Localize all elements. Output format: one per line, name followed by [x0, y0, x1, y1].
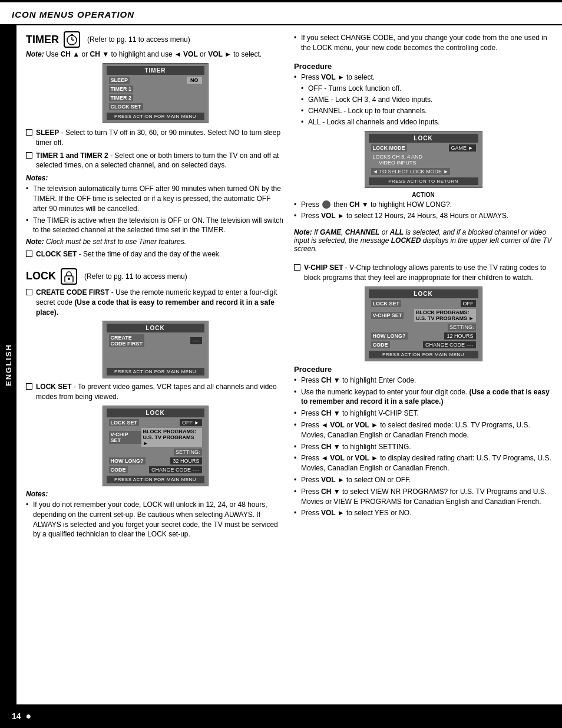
- lock-set-title: LOCK: [107, 409, 204, 417]
- lock-menu2-row5: CODE CHANGE CODE ----: [369, 341, 478, 349]
- proc2-item6: Press ◄ VOL or VOL ► to display desired …: [294, 453, 553, 473]
- lock-set-row2: V-CHIP SET BLOCK PROGRAMS:U.S. TV PROGRA…: [107, 427, 204, 447]
- lock-set-bottom: PRESS ACTION FOR MAIN MENU: [107, 476, 204, 483]
- proc1-item1: Press VOL ► to select.: [294, 73, 553, 83]
- lock-mode-row2: LOCKS CH 3, 4 ANDVIDEO INPUTS: [369, 153, 478, 167]
- lockset-item: LOCK SET - To prevent video games, VCR t…: [26, 382, 285, 402]
- timer-icon: [64, 31, 80, 48]
- svg-point-7: [68, 278, 70, 280]
- procedure2-heading: Procedure: [294, 365, 553, 374]
- right-col: If you select CHANGE CODE, and you chang…: [294, 31, 553, 699]
- create-code-item: CREATE CODE FIRST - Use the remote numer…: [26, 288, 285, 317]
- proc2-item9: Press VOL ► to select YES or NO.: [294, 508, 553, 518]
- proc1-sub4: ALL - Locks all channels and video input…: [294, 117, 553, 127]
- note-game-text: If GAME, CHANNEL or ALL is selected, and…: [294, 228, 552, 253]
- action-item2: Press VOL ► to select 12 Hours, 24 Hours…: [294, 211, 553, 221]
- lock-section: LOCK (Refer to pg. 11 to access menu): [26, 268, 285, 539]
- create-code-text: CREATE CODE FIRST - Use the remote numer…: [36, 288, 285, 317]
- lock-set-row4: HOW LONG? 32 HOURS: [107, 457, 204, 465]
- timer-menu-bottom: PRESS ACTION FOR MAIN MENU: [107, 113, 204, 120]
- vchip-text: V-CHIP SET - V-Chip technology allows pa…: [304, 263, 553, 283]
- english-sidebar: ENGLISH: [0, 25, 16, 704]
- note-game-line: Note: If GAME, CHANNEL or ALL is selecte…: [294, 228, 553, 253]
- timer-section: TIMER (Refer to pg. 11 to acce: [26, 31, 285, 259]
- bottom-bar: 14 ●: [0, 704, 562, 728]
- lock-create-title: LOCK: [107, 324, 204, 332]
- timer-note2-label: Note:: [26, 238, 44, 246]
- timer-notes-label: Notes:: [26, 174, 285, 182]
- action-label: ACTION: [294, 192, 553, 198]
- timer-svg-icon: [65, 33, 78, 46]
- page-container: Icon Menus Operation ENGLISH TIMER: [0, 0, 562, 728]
- action-item1: Press then CH ▼ to highlight HOW LONG?.: [294, 200, 553, 210]
- vchip-item: V-CHIP SET - V-Chip technology allows pa…: [294, 263, 553, 283]
- proc1-sub3: CHANNEL - Lock up to four channels.: [294, 106, 553, 116]
- proc1-sub2: GAME - Lock CH 3, 4 and Video inputs.: [294, 95, 553, 105]
- lock-heading: LOCK (Refer to pg. 11 to access menu): [26, 268, 285, 285]
- sleep-item: SLEEP - Select to turn TV off in 30, 60,…: [26, 128, 285, 148]
- timer-menu-sleep: SLEEP NO: [107, 76, 204, 84]
- procedure1-heading: Procedure: [294, 62, 553, 71]
- timer-refer: (Refer to pg. 11 to access menu): [87, 35, 190, 44]
- lock-menu2-row1: LOCK SET OFF: [369, 299, 478, 308]
- proc2-item8: Press CH ▼ to select VIEW NR PROGRAMS? f…: [294, 487, 553, 507]
- sleep-text: SLEEP - Select to turn TV off in 30, 60,…: [36, 128, 285, 148]
- sleep-checkbox: [26, 129, 32, 136]
- clockset-item: CLOCK SET - Set the time of day and the …: [26, 249, 285, 259]
- lock-icon: [61, 268, 77, 285]
- lock-refer: (Refer to pg. 11 to access menu): [84, 272, 187, 281]
- lock-menu2-row3: SETTING:: [369, 323, 478, 331]
- lock-menu2-bottom: PRESS ACTION FOR MAIN MENU: [369, 351, 478, 358]
- proc1-sub1: OFF - Turns Lock function off.: [294, 84, 553, 94]
- lockset-text: LOCK SET - To prevent video games, VCR t…: [36, 382, 285, 402]
- note-game-label: Note:: [294, 228, 312, 236]
- lock-set-row3: SETTING:: [107, 448, 204, 456]
- timer-menu-clockset: CLOCK SET: [107, 103, 204, 111]
- bottom-dot: ●: [26, 711, 32, 722]
- lock-menu2-row4: HOW LONG? 12 HOURS: [369, 332, 478, 340]
- timer-note-text: Use CH ▲ or CH ▼ to highlight and use ◄ …: [46, 50, 262, 58]
- lock-mode-row1: LOCK MODE GAME ►: [369, 144, 478, 152]
- lockset-checkbox: [26, 383, 32, 390]
- lock-notes-label: Notes:: [26, 490, 285, 498]
- lock-mode-row3: ◄ TO SELECT LOCK MODE ►: [369, 167, 478, 176]
- lock-mode-menu: LOCK LOCK MODE GAME ► LOCKS CH 3, 4 ANDV…: [365, 131, 482, 188]
- timer12-item: TIMER 1 and TIMER 2 - Select one or both…: [26, 151, 285, 171]
- header-title: Icon Menus Operation: [12, 9, 134, 19]
- lock-set-row1: LOCK SET OFF ►: [107, 419, 204, 427]
- lock-menu2-title: LOCK: [369, 289, 478, 298]
- timer-heading: TIMER (Refer to pg. 11 to acce: [26, 31, 285, 48]
- action-circle: [322, 200, 330, 209]
- lock-mode-title: LOCK: [369, 134, 478, 143]
- lock-create-menu: LOCK CREATECODE FIRST ---- PRESS ACTION …: [103, 321, 209, 378]
- lock-create-bottom: PRESS ACTION FOR MAIN MENU: [107, 368, 204, 375]
- lock-set-row5: CODE CHANGE CODE ----: [107, 466, 204, 474]
- change-code-note: If you select CHANGE CODE, and you chang…: [294, 33, 553, 53]
- proc2-item3: Press CH ▼ to highlight V-CHIP SET.: [294, 409, 553, 419]
- lock-set-menu: LOCK LOCK SET OFF ► V-CHIP SET BLOCK PRO…: [103, 406, 209, 486]
- lock-label: LOCK: [26, 270, 56, 282]
- timer12-text: TIMER 1 and TIMER 2 - Select one or both…: [36, 151, 285, 171]
- timer-note2-line: Note: Clock must be set first to use Tim…: [26, 238, 285, 246]
- timer-label: TIMER: [26, 34, 59, 46]
- timer12-checkbox: [26, 152, 32, 159]
- proc2-item5: Press CH ▼ to highlight SETTING.: [294, 442, 553, 452]
- timer-note-label: Note:: [26, 50, 44, 58]
- timer-note-line: Note: Use CH ▲ or CH ▼ to highlight and …: [26, 50, 285, 58]
- lock-mode-bottom: PRESS ACTION TO RETURN: [369, 177, 478, 185]
- proc2-item2: Use the numeric keypad to enter your fou…: [294, 387, 553, 407]
- timer-menu-timer1: TIMER 1: [107, 85, 204, 93]
- page-header: Icon Menus Operation: [0, 2, 562, 25]
- proc2-item1: Press CH ▼ to highlight Enter Code.: [294, 375, 553, 386]
- left-col: TIMER (Refer to pg. 11 to acce: [26, 31, 285, 699]
- timer-note2-text: Clock must be set first to use Timer fea…: [46, 238, 186, 246]
- svg-point-5: [71, 34, 72, 35]
- proc2-item4: Press ◄ VOL or VOL ► to select desired m…: [294, 420, 553, 440]
- page-number: 14: [12, 711, 21, 721]
- content-area: ENGLISH TIMER: [0, 25, 562, 704]
- timer-note-1: The television automatically turns OFF a…: [26, 184, 285, 213]
- lock-create-row: CREATECODE FIRST ----: [107, 334, 204, 348]
- lock-menu2: LOCK LOCK SET OFF V-CHIP SET BLOCK PROGR…: [365, 286, 482, 361]
- clockset-text: CLOCK SET - Set the time of day and the …: [36, 249, 221, 259]
- clockset-checkbox: [26, 251, 32, 257]
